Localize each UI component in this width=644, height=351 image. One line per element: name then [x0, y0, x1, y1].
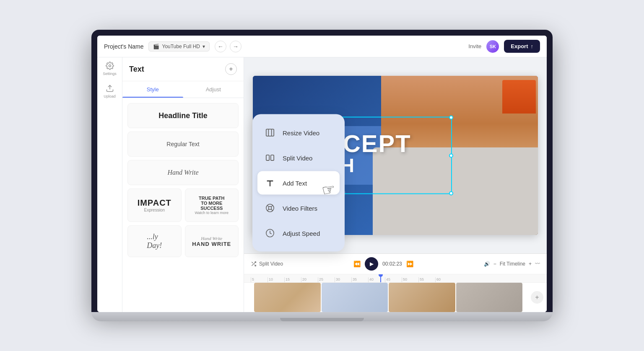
export-icon: ↑ — [531, 43, 534, 49]
svg-rect-4 — [271, 155, 274, 160]
hand-write-big-label: Hand Write HAND WRITE — [192, 236, 231, 247]
svg-line-10 — [271, 209, 273, 211]
export-button[interactable]: Export ↑ — [504, 40, 540, 53]
invite-button[interactable]: Invite — [468, 43, 481, 49]
template-hand-lower[interactable]: ...lyDay! — [127, 225, 182, 257]
add-text-label: Add Text — [283, 179, 307, 186]
resolution-selector[interactable]: 🎬 YouTube Full HD ▾ — [148, 41, 210, 52]
ruler-mark: 40 — [368, 277, 385, 282]
ruler-mark: 55 — [418, 277, 435, 282]
track-clip-3 — [389, 283, 455, 312]
fast-forward-button[interactable]: ⏩ — [406, 261, 413, 267]
menu-item-split[interactable]: Split Video — [257, 146, 340, 170]
upload-icon — [106, 84, 114, 93]
ruler-mark: 50 — [402, 277, 418, 282]
svg-line-11 — [271, 205, 273, 207]
tab-adjust[interactable]: Adjust — [183, 81, 244, 98]
ruler-marks: 5 10 15 20 25 30 35 40 45 50 — [244, 274, 547, 282]
left-sidebar: Settings Upload — [97, 57, 122, 312]
split-icon — [263, 151, 277, 165]
resize-label: Resize Video — [283, 129, 319, 136]
text-templates: Headline Title Regular Text Hand Write I… — [122, 98, 244, 312]
ruler-mark: 60 — [435, 277, 452, 282]
handle-bottom-right[interactable] — [449, 191, 453, 196]
main-content: Settings Upload — [97, 57, 547, 312]
plus-btn[interactable]: + — [529, 261, 532, 267]
ruler-mark: 25 — [318, 277, 335, 282]
split-video-icon — [251, 261, 257, 267]
speed-icon — [263, 227, 277, 240]
hand-lower-label: ...lyDay! — [147, 232, 162, 250]
volume-icon[interactable]: 🔊 — [484, 261, 490, 267]
waveform-icon: 〰 — [535, 261, 540, 267]
app-container: Project's Name 🎬 YouTube Full HD ▾ ← → I… — [97, 36, 547, 312]
sidebar-item-upload[interactable]: Upload — [104, 84, 116, 98]
menu-item-filters[interactable]: Video Filters — [257, 196, 340, 220]
play-button[interactable]: ▶ — [365, 257, 378, 271]
template-impact[interactable]: IMPACT Expression — [127, 188, 182, 222]
template-handwrite[interactable]: Hand Write — [127, 160, 239, 185]
menu-item-resize[interactable]: Resize Video — [257, 121, 340, 145]
filters-label: Video Filters — [283, 204, 317, 212]
path-title: True PathTo More Success — [192, 196, 232, 211]
split-video-button[interactable]: Split Video — [251, 261, 283, 267]
timeline-ruler: 5 10 15 20 25 30 35 40 45 50 — [244, 274, 547, 283]
ruler-mark: 30 — [335, 277, 351, 282]
template-hand-write-big[interactable]: Hand Write HAND WRITE — [185, 225, 239, 257]
timeline-right: 🔊 − Fit Timeline + 〰 — [484, 261, 540, 267]
svg-line-9 — [267, 205, 269, 207]
handle-top-right[interactable] — [449, 116, 453, 120]
dropdown-icon: ▾ — [203, 44, 205, 49]
template-regular-label: Regular Text — [166, 141, 199, 147]
track-clip-2 — [322, 283, 388, 312]
menu-item-add-text[interactable]: Add Text ☞ — [257, 171, 340, 195]
resolution-label: YouTube Full HD — [162, 44, 200, 49]
impact-sub: Expression — [144, 208, 165, 212]
laptop-container: Project's Name 🎬 YouTube Full HD ▾ ← → I… — [91, 30, 553, 321]
ruler-mark: 10 — [267, 277, 284, 282]
sidebar-item-settings[interactable]: Settings — [103, 62, 117, 76]
cursor-hand-icon: ☞ — [321, 180, 337, 200]
upload-label: Upload — [104, 94, 116, 98]
track-clip-4 — [456, 283, 523, 312]
template-path-success[interactable]: True PathTo More Success Watch to learn … — [185, 188, 239, 222]
menu-item-speed[interactable]: Adjust Speed — [257, 222, 340, 245]
time-display: 00:02:23 — [382, 261, 402, 267]
template-row-1: IMPACT Expression True PathTo More Succe… — [127, 188, 239, 222]
template-row-2: ...lyDay! Hand Write HAND WRITE — [127, 225, 239, 257]
text-panel-title: Text — [129, 65, 144, 74]
tab-style[interactable]: Style — [122, 81, 183, 98]
split-video-label: Split Video — [259, 261, 283, 267]
path-sub: Watch to learn more — [195, 211, 229, 215]
add-text-button[interactable]: + — [225, 63, 237, 75]
track-clip-1 — [254, 283, 321, 312]
settings-label: Settings — [103, 72, 117, 76]
avatar: SK — [486, 40, 499, 53]
svg-point-0 — [109, 65, 111, 67]
nav-forward-button[interactable]: → — [230, 41, 242, 52]
nav-back-button[interactable]: ← — [215, 41, 226, 52]
minus-btn[interactable]: − — [493, 261, 496, 267]
canvas-viewport: Resize Video Split Vid — [244, 57, 547, 253]
add-clip-button[interactable]: + — [531, 291, 543, 304]
svg-point-8 — [268, 206, 271, 209]
template-regular[interactable]: Regular Text — [127, 132, 239, 157]
ruler-mark: 20 — [301, 277, 318, 282]
rewind-button[interactable]: ⏪ — [353, 261, 361, 267]
hat-shape — [502, 80, 536, 114]
playback-controls: ⏪ ▶ 00:02:23 ⏩ — [353, 257, 413, 271]
template-handwrite-label: Hand Write — [167, 169, 198, 176]
playhead — [380, 274, 381, 282]
settings-icon — [106, 62, 114, 70]
text-panel: Text + Style Adjust Headline Title — [122, 57, 244, 312]
handle-mid-right[interactable] — [449, 153, 453, 157]
timeline-track[interactable] — [254, 283, 522, 312]
canvas-area: Resize Video Split Vid — [244, 57, 547, 312]
template-headline[interactable]: Headline Title — [127, 103, 239, 128]
template-headline-label: Headline Title — [158, 111, 208, 120]
nav-arrows: ← → — [215, 41, 242, 52]
impact-text: IMPACT — [138, 198, 171, 208]
speed-label: Adjust Speed — [283, 230, 320, 237]
ruler-mark: 35 — [351, 277, 368, 282]
split-label: Split Video — [283, 154, 312, 161]
